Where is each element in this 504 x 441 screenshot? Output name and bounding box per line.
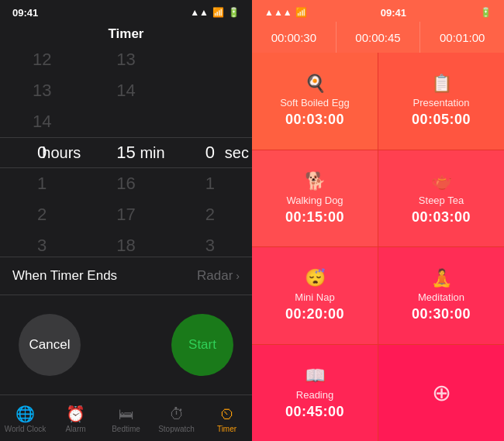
left-panel: 09:41 ▲▲ 📶 🔋 Timer 12 13 14 0 1 2 3 — [0, 0, 252, 441]
start-button[interactable]: Start — [171, 314, 233, 376]
dog-icon: 🐕 — [305, 171, 326, 191]
bedtime-icon: 🛏 — [119, 405, 134, 423]
battery-icon: 🔋 — [228, 7, 240, 18]
meditation-icon: 🧘 — [431, 268, 452, 288]
min-selected: 15 — [84, 137, 167, 168]
status-icons-left: ▲▲ 📶 🔋 — [190, 7, 240, 18]
preset-soft-boiled-egg[interactable]: 🍳 Soft Boiled Egg 00:03:00 — [252, 53, 378, 150]
hours-selected: 0 — [0, 137, 84, 168]
battery-icon-right: 🔋 — [480, 7, 492, 18]
preset-name-egg: Soft Boiled Egg — [280, 97, 350, 109]
hours-numbers: 12 13 14 0 1 2 3 — [0, 48, 84, 257]
wifi-icon: 📶 — [212, 7, 224, 18]
add-icon: ⊕ — [432, 379, 451, 406]
sec-below-2: 2 — [168, 199, 252, 230]
quick-timer-45s[interactable]: 00:00:45 — [337, 22, 421, 53]
tab-stopwatch-label: Stopwatch — [158, 425, 195, 433]
presets-grid: 🍳 Soft Boiled Egg 00:03:00 📋 Presentatio… — [252, 53, 504, 441]
picker-area[interactable]: 12 13 14 0 1 2 3 hours 13 14 15 16 — [0, 48, 252, 257]
tab-world-clock-label: World Clock — [5, 425, 47, 433]
cancel-button[interactable]: Cancel — [19, 314, 81, 376]
hours-above-1: 13 — [0, 75, 84, 106]
reading-icon: 📖 — [305, 366, 326, 386]
presentation-icon: 📋 — [431, 74, 452, 94]
tab-timer[interactable]: ⏲ Timer — [202, 400, 252, 438]
preset-time-nap: 00:20:00 — [285, 306, 344, 322]
tab-bar: 🌐 World Clock ⏰ Alarm 🛏 Bedtime ⏱ Stopwa… — [0, 394, 252, 441]
time-picker[interactable]: 12 13 14 0 1 2 3 hours 13 14 15 16 — [0, 75, 252, 230]
preset-time-dog: 00:15:00 — [285, 209, 344, 226]
timer-ends-row[interactable]: When Timer Ends Radar › — [0, 257, 252, 295]
preset-walking-dog[interactable]: 🐕 Walking Dog 00:15:00 — [252, 150, 378, 247]
quick-timer-1m[interactable]: 00:01:00 — [420, 22, 504, 53]
preset-presentation[interactable]: 📋 Presentation 00:05:00 — [378, 53, 504, 150]
quick-timer-row: 00:00:30 00:00:45 00:01:00 — [252, 22, 504, 53]
preset-time-tea: 00:03:00 — [412, 209, 471, 226]
tab-alarm-label: Alarm — [65, 425, 85, 433]
preset-add-new[interactable]: ⊕ — [378, 345, 504, 442]
egg-icon: 🍳 — [305, 74, 326, 94]
preset-name-dog: Walking Dog — [286, 195, 343, 206]
min-above-2: 13 — [84, 48, 167, 75]
min-below-3: 18 — [84, 230, 167, 257]
preset-reading[interactable]: 📖 Reading 00:45:00 — [252, 345, 378, 442]
quick-timer-30s[interactable]: 00:00:30 — [252, 22, 337, 53]
battery-right: 🔋 — [480, 7, 492, 18]
hours-above-0: 14 — [0, 106, 84, 137]
preset-name-reading: Reading — [296, 389, 333, 401]
hours-column[interactable]: 12 13 14 0 1 2 3 hours — [0, 75, 84, 230]
time-right: 09:41 — [381, 7, 406, 19]
minutes-column[interactable]: 13 14 15 16 17 18 min — [84, 75, 167, 230]
stopwatch-icon: ⏱ — [169, 405, 185, 423]
preset-time-meditation: 00:30:00 — [412, 306, 471, 322]
time-left: 09:41 — [12, 7, 38, 19]
hours-below-2: 2 — [0, 199, 84, 230]
hours-below-3: 3 — [0, 230, 84, 257]
tab-bedtime-label: Bedtime — [112, 425, 140, 433]
preset-steep-tea[interactable]: 🫖 Steep Tea 00:03:00 — [378, 150, 504, 247]
wifi-icon-right: 📶 — [295, 7, 307, 18]
preset-name-nap: Mini Nap — [295, 291, 334, 303]
preset-name-pres: Presentation — [413, 97, 470, 109]
preset-mini-nap[interactable]: 😴 Mini Nap 00:20:00 — [252, 247, 378, 344]
sec-below-3: 3 — [168, 230, 252, 257]
min-above-1: 14 — [84, 75, 167, 106]
signal-icon: ▲▲ — [190, 7, 209, 18]
timer-ends-value[interactable]: Radar › — [197, 268, 240, 284]
tab-alarm[interactable]: ⏰ Alarm — [50, 400, 101, 438]
alarm-icon: ⏰ — [66, 405, 85, 423]
sec-selected: 0 — [168, 137, 252, 168]
tab-stopwatch[interactable]: ⏱ Stopwatch — [151, 400, 202, 438]
seconds-numbers: 0 1 2 3 — [168, 48, 252, 257]
right-panel: ▲▲▲ 📶 09:41 🔋 00:00:30 00:00:45 00:01:00… — [252, 0, 504, 441]
tab-world-clock[interactable]: 🌐 World Clock — [0, 400, 50, 438]
preset-name-tea: Steep Tea — [419, 195, 464, 206]
preset-time-egg: 00:03:00 — [285, 112, 344, 128]
sec-below-1: 1 — [168, 168, 252, 199]
status-bar-left: 09:41 ▲▲ 📶 🔋 — [0, 0, 252, 22]
min-below-2: 17 — [84, 199, 167, 230]
page-title: Timer — [0, 22, 252, 48]
hours-above-2: 12 — [0, 48, 84, 75]
world-clock-icon: 🌐 — [16, 405, 35, 423]
signal-icon-right: ▲▲▲ — [264, 7, 292, 18]
tab-timer-label: Timer — [217, 425, 236, 433]
timer-icon: ⏲ — [219, 405, 235, 423]
tea-icon: 🫖 — [431, 171, 452, 191]
preset-name-meditation: Meditation — [418, 291, 464, 303]
preset-time-reading: 00:45:00 — [285, 404, 344, 420]
buttons-row: Cancel Start — [0, 295, 252, 394]
signal-icons-right: ▲▲▲ 📶 — [264, 7, 307, 18]
hours-below-1: 1 — [0, 168, 84, 199]
minutes-numbers: 13 14 15 16 17 18 — [84, 48, 167, 257]
preset-time-pres: 00:05:00 — [412, 112, 471, 128]
timer-ends-label: When Timer Ends — [12, 268, 117, 284]
preset-meditation[interactable]: 🧘 Meditation 00:30:00 — [378, 247, 504, 344]
status-bar-right: ▲▲▲ 📶 09:41 🔋 — [252, 0, 504, 22]
chevron-right-icon: › — [236, 270, 240, 282]
min-below-1: 16 — [84, 168, 167, 199]
nap-icon: 😴 — [305, 268, 326, 288]
timer-ends-sound: Radar — [197, 268, 233, 284]
tab-bedtime[interactable]: 🛏 Bedtime — [101, 400, 151, 438]
seconds-column[interactable]: 0 1 2 3 sec — [168, 75, 252, 230]
